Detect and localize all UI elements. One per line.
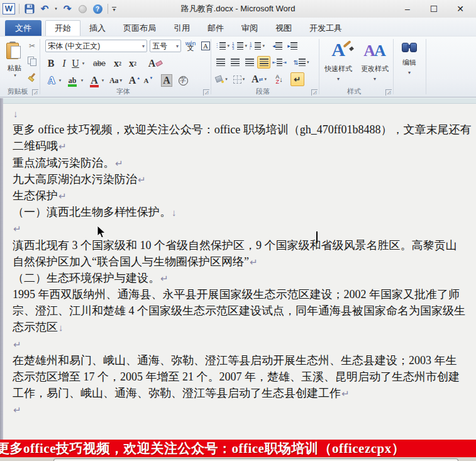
superscript-button[interactable]: x2 [126,57,140,70]
text-line[interactable]: ↵ [13,401,468,418]
save-button[interactable] [23,3,36,15]
text-line[interactable]: 宗、澄江、江川和楚雄 4 个国家级生态示范区建设试点，同年通海县被国家命名为国家… [13,303,468,319]
tab-页面布局[interactable]: 页面布局 [114,20,165,36]
text-line[interactable]: 九大高原湖泊水污染防治↵ [13,171,468,187]
numbering-button[interactable]: 123▾ [231,40,248,52]
text-line[interactable]: ↓ [13,105,468,121]
paragraph-dialog-launcher[interactable]: ◿ [311,89,318,96]
text-line[interactable]: 工作，易门、峨山、通海、弥勒、澄江等县启动了生态县创建工作↵ [13,385,468,401]
change-case-button[interactable]: Aa▾ [108,74,123,87]
clear-formatting-button[interactable]: A [147,57,163,70]
paragraph-mark: ↵ [13,405,21,415]
document-text[interactable]: ↓更多 office 技巧视频，欢迎关注公众号：office 职场培训（gh_4… [13,105,468,418]
increase-indent-button[interactable]: ▸ [285,40,299,52]
text-line[interactable]: 态示范区↓ [13,319,468,335]
phonetic-guide-button[interactable]: wén文 [184,38,197,53]
text-line[interactable]: 1995 年西双版纳州、通海县、永平县开展国家级生态示范区建设；2002 年国家… [13,286,468,303]
paragraph-mark: ↵ [13,224,21,234]
undo-button[interactable]: ↶ [38,3,51,15]
chevron-down-icon: ▾ [140,43,145,49]
highlight-color-button[interactable]: ab [65,74,79,87]
text-line[interactable]: 自然保护区加入“联合国人与生物圈保护区网络”↵ [13,253,468,270]
paste-button[interactable]: 粘贴 ▾ [3,39,26,81]
character-shading-button[interactable]: A [160,74,174,87]
align-right-button[interactable] [243,56,256,69]
enclose-characters-button[interactable]: 字 [176,74,190,87]
grow-font-button[interactable]: A▲ [128,74,141,87]
text-line[interactable]: （一）滇西北生物多样性保护。↓ [13,204,468,220]
undo-dropdown[interactable]: ▾ [53,3,58,15]
clipboard-group: 粘贴 ▾ ✂ 剪贴板 ◿ [0,36,40,97]
bold-button[interactable]: B [45,57,57,70]
styles-dialog-launcher[interactable]: ◿ [385,89,392,96]
close-button[interactable]: ✕ [447,0,473,18]
text-line[interactable]: （二）生态环境保护与建设。↵ [13,270,468,286]
text-line[interactable]: 生态保护↵ [13,187,468,204]
font-group-label: 字体 [40,87,206,96]
font-size-combobox[interactable]: 五号▾ [150,40,181,52]
bullets-button[interactable]: ⋮▾ [214,40,230,52]
tab-file[interactable]: 文件 [5,20,42,36]
decrease-indent-button[interactable]: ◂ [270,40,284,52]
redo-button[interactable]: ↷ [61,3,74,15]
help-button[interactable]: ? [91,3,104,15]
text-effects-button[interactable]: A [45,74,58,87]
strikethrough-button[interactable]: abe [91,57,108,70]
tab-开始[interactable]: 开始 [45,20,80,36]
line-spacing-button[interactable]: ⇅▾ [292,56,311,69]
underline-button[interactable]: U [70,57,80,70]
text-line[interactable]: ↵ [13,220,468,236]
text-line[interactable]: 更多 office 技巧视频，欢迎关注公众号：office 职场培训（gh_47… [13,121,468,138]
customize-qat-button[interactable]: ▾ [112,7,116,11]
align-left-button[interactable] [214,56,227,69]
clipboard-dialog-launcher[interactable]: ◿ [32,89,38,96]
font-group: 宋体 (中文正文)▾ 五号▾ wén文 A B I U ▾ abe x2 x2 [40,36,211,97]
tab-插入[interactable]: 插入 [80,20,114,36]
minimize-button[interactable]: – [394,0,421,18]
tab-审阅[interactable]: 审阅 [233,20,267,36]
editing-button[interactable]: 编辑 ▾ [394,38,425,95]
highlight-dropdown[interactable]: ▾ [79,74,85,87]
font-color-dropdown[interactable]: ▾ [100,74,106,87]
align-center-button[interactable] [228,56,241,69]
line-break-mark: ↓ [13,109,18,119]
justify-button[interactable] [257,56,270,69]
cut-button[interactable]: ✂ [26,40,38,52]
show-hide-marks-button[interactable]: ↵ [291,72,304,86]
copy-button[interactable] [26,55,38,67]
distribute-button[interactable]: ⇤⇥ [272,56,287,69]
enclose-characters-icon: 字 [179,76,188,86]
tab-邮件[interactable]: 邮件 [199,20,233,36]
text-line[interactable]: 在楚雄州和易门、峨山、通海、弥勒、澄江等县启动开展生态州、生态县建设；2003 … [13,352,468,369]
asian-layout-button[interactable]: A⇄▾ [250,72,268,86]
text-line[interactable]: 重点流域污染防治。↵ [13,155,468,171]
shading-button[interactable]: ▾ [214,72,229,86]
text-caret [316,231,318,243]
tab-视图[interactable]: 视图 [267,20,301,36]
borders-button[interactable]: ▾ [231,72,246,86]
copy-icon [28,57,36,65]
font-dialog-launcher[interactable]: ◿ [203,89,209,96]
line-break-mark: ↓ [58,323,64,333]
text-line[interactable]: 态示范区增至 17 个，2005 年增至 21 个。2007 年，楚雄、玉溪、昆… [13,369,468,385]
document-area[interactable]: ↓更多 office 技巧视频，欢迎关注公众号：office 职场培训（gh_4… [0,98,476,440]
underline-dropdown[interactable]: ▾ [80,57,86,70]
format-painter-button[interactable] [26,72,38,83]
word-logo-icon[interactable]: W [3,3,15,14]
font-color-button[interactable]: A [88,74,101,87]
text-line[interactable]: ↵ [13,336,468,352]
maximize-button[interactable]: ☐ [421,0,447,18]
tab-开发工具[interactable]: 开发工具 [301,20,351,36]
word-window: W ↶ ▾ ↷ ? ▾ 路凡教育.docx - Microsoft Word [0,0,476,461]
tab-引用[interactable]: 引用 [165,20,199,36]
scrollbar-partial[interactable] [53,458,458,461]
multilevel-list-button[interactable]: 1ai▾ [249,40,265,52]
font-name-combobox[interactable]: 宋体 (中文正文)▾ [45,40,147,52]
shrink-font-button[interactable]: A▼ [142,74,155,87]
subscript-button[interactable]: x2 [111,57,125,70]
text-line[interactable]: 二维码哦↵ [13,138,468,154]
italic-button[interactable]: I [59,57,69,70]
text-line[interactable]: 滇西北现有 3 个国家级和 10 个省级自然保护区，9 个国家级和省级风景名胜区… [13,237,468,253]
sort-button[interactable]: AZ ↓ [272,72,287,86]
text-effects-dropdown[interactable]: ▾ [57,74,63,87]
